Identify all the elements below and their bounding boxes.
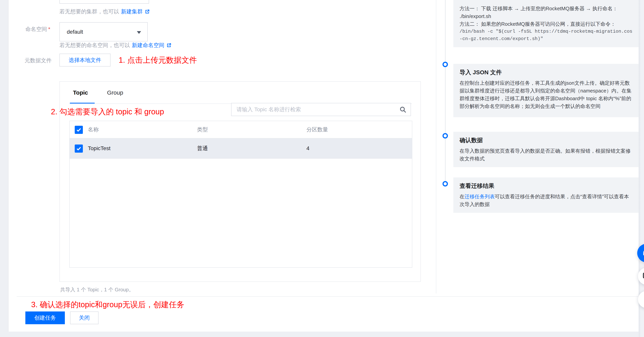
column-header-partitions: 分区数量 <box>306 121 328 138</box>
skip-forward-icon <box>642 295 644 304</box>
guide-step-body: 在迁移任务列表可以查看迁移任务的进度和结果，点击“查看详情”可以查看本次导入的数… <box>460 193 633 208</box>
annotation-step2: 2. 勾选需要导入的 topic 和 group <box>51 107 164 116</box>
external-link-icon <box>166 43 172 48</box>
import-summary-text: 共导入 1 个 Topic，1 个 Group。 <box>60 286 134 293</box>
guide-step-title: 确认数据 <box>460 136 633 144</box>
guide-step-confirm-data: 确认数据 在导入数据的预览页查看导入的数据是否正确。如果有报错，根据报错文案修改… <box>453 132 638 167</box>
migration-task-list-link[interactable]: 迁移任务列表 <box>464 194 495 199</box>
row-partition-count: 4 <box>306 138 310 158</box>
new-cluster-link[interactable]: 新建集群 <box>121 8 143 15</box>
namespace-select[interactable]: default <box>60 22 148 41</box>
chevron-down-icon <box>137 31 141 34</box>
headset-icon <box>642 248 644 258</box>
topic-search-input[interactable] <box>236 103 399 116</box>
row-checkbox[interactable] <box>75 144 83 153</box>
cluster-help-text: 若无想要的集群，也可以 <box>60 8 119 15</box>
close-button[interactable]: 关闭 <box>70 312 98 324</box>
timeline-dot <box>442 181 448 187</box>
search-icon[interactable] <box>399 106 407 113</box>
guide-timeline <box>445 0 446 184</box>
tab-topic[interactable]: Topic <box>73 89 88 96</box>
tab-group[interactable]: Group <box>107 89 123 96</box>
namespace-label: 命名空间* <box>25 25 50 33</box>
metadata-file-label: 元数据文件 <box>24 57 52 64</box>
row-topic-type: 普通 <box>197 138 208 158</box>
column-header-type: 类型 <box>197 121 208 138</box>
choose-local-file-button[interactable]: 选择本地文件 <box>60 54 110 66</box>
migration-create-task-page: 若无想要的集群，也可以 新建集群 命名空间* default 若无想要的命名空间… <box>0 0 644 337</box>
guide-method1-text: 方法一： 下载 迁移脚本 → 上传至您的RocketMQ服务器 → 执行命名： … <box>460 5 633 20</box>
guide-step-title: 查看迁移结果 <box>460 182 633 190</box>
guide-command-text: /bin/bash -c ″$(curl -fsSL https://tdmq-… <box>460 28 633 42</box>
guide-methods-box: 方法一： 下载 迁移脚本 → 上传至您的RocketMQ服务器 → 执行命名： … <box>453 0 638 47</box>
required-asterisk: * <box>48 26 50 32</box>
check-icon <box>76 145 82 152</box>
guide-step-title: 导入 JSON 文件 <box>460 68 633 76</box>
check-icon <box>76 127 82 133</box>
guide-method2-text: 方法二： 如果您的RocketMQ服务器可访问公网，直接运行以下命令： <box>460 20 633 28</box>
footer-divider <box>17 296 638 297</box>
column-header-name: 名称 <box>88 121 99 138</box>
cluster-help-line: 若无想要的集群，也可以 新建集群 <box>60 8 150 15</box>
topic-table: 名称 类型 分区数量 TopicTest 普通 4 <box>69 121 412 268</box>
new-namespace-link[interactable]: 新建命名空间 <box>132 41 164 49</box>
namespace-selected-value: default <box>67 29 83 35</box>
guide-step-view-result: 查看迁移结果 在迁移任务列表可以查看迁移任务的进度和结果，点击“查看详情”可以查… <box>453 177 638 213</box>
annotation-step1: 1. 点击上传元数据文件 <box>119 55 197 65</box>
row-topic-name: TopicTest <box>88 138 110 158</box>
namespace-help-text: 若无想要的命名空间，也可以 <box>60 41 130 49</box>
external-link-icon <box>144 9 150 14</box>
table-header-row: 名称 类型 分区数量 <box>70 121 412 138</box>
cluster-select-partial[interactable] <box>60 0 149 4</box>
timeline-dot <box>442 62 448 67</box>
guide-step-import-json: 导入 JSON 文件 在控制台上创建对应的迁移任务，将工具生成的json文件上传… <box>453 64 638 117</box>
feedback-icon <box>642 271 644 281</box>
guide-step-body: 在导入数据的预览页查看导入的数据是否正确。如果有报错，根据报错文案修改文件格式 <box>460 147 633 162</box>
namespace-help-line: 若无想要的命名空间，也可以 新建命名空间 <box>60 42 172 49</box>
guide-step-body: 在控制台上创建对应的迁移任务，将工具生成的json文件上传。确定好将元数据以集群… <box>460 79 633 110</box>
select-all-checkbox[interactable] <box>75 126 83 134</box>
collapsed-side-strip[interactable] <box>639 0 644 337</box>
guide-step-body-prefix: 在 <box>460 194 464 199</box>
annotation-step3: 3. 确认选择的topic和group无误后，创建任务 <box>31 300 184 309</box>
main-content-card: 若无想要的集群，也可以 新建集群 命名空间* default 若无想要的命名空间… <box>8 0 638 332</box>
timeline-dot <box>442 133 448 138</box>
table-row[interactable]: TopicTest 普通 4 <box>70 138 412 159</box>
topic-search-box <box>231 103 411 116</box>
create-task-button[interactable]: 创建任务 <box>25 312 65 324</box>
content-divider <box>436 0 436 294</box>
